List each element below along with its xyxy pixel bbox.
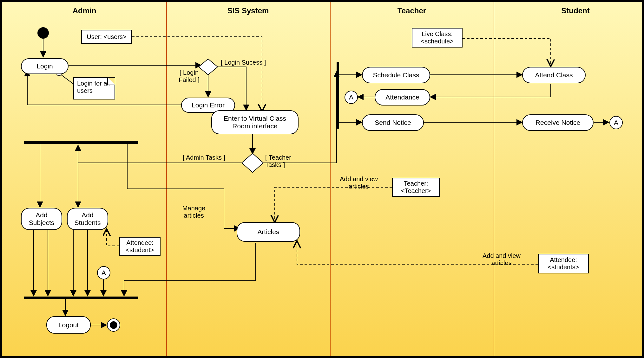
lane-title-teacher: Teacher <box>398 6 426 15</box>
activity-login: Login <box>21 58 69 74</box>
activity-articles: Articles <box>237 222 300 242</box>
object-user: User: <users> <box>81 30 132 44</box>
svg-point-20 <box>107 319 120 331</box>
svg-point-0 <box>37 27 49 39</box>
activity-schedule-class: Schedule Class <box>362 67 430 83</box>
activity-logout: Logout <box>46 316 91 334</box>
lane-divider <box>330 2 331 356</box>
guard-admin-tasks: [ Admin Tasks ] <box>183 154 225 161</box>
diagram-canvas: Admin SIS System Teacher Student <box>0 0 644 358</box>
connector-a-1: A <box>345 91 358 104</box>
activity-receive-notice: Receive Notice <box>522 114 594 131</box>
lane-divider <box>494 2 494 356</box>
svg-rect-22 <box>337 62 339 129</box>
lane-title-student: Student <box>561 6 589 15</box>
activity-add-students: Add Students <box>67 208 108 230</box>
lane-title-sis: SIS System <box>227 6 269 15</box>
activity-add-subjects: Add Subjects <box>21 208 62 230</box>
object-attendee: Attendee: <student> <box>119 237 161 256</box>
lane-divider <box>166 2 167 356</box>
object-attendees: Attendee: <students> <box>538 254 589 273</box>
guard-login-success: [ Login Sucess ] <box>221 59 266 66</box>
lane-title-admin: Admin <box>73 6 96 15</box>
object-liveclass: Live Class: <schedule> <box>412 28 463 48</box>
svg-point-21 <box>110 321 117 329</box>
activity-enter-vcr: Enter to Virtual Class Room interface <box>211 110 299 134</box>
connector-a-2: A <box>609 116 623 129</box>
label-add-view-1: Add and view articles <box>335 176 383 190</box>
guard-login-failed: [ Login Failed ] <box>176 69 202 84</box>
label-manage-articles: Manage articles <box>180 205 208 219</box>
label-add-view-2: Add and view articles <box>478 252 525 267</box>
object-teacher: Teacher: <Teacher> <box>392 178 440 197</box>
connector-a-3: A <box>97 266 110 279</box>
svg-rect-17 <box>24 297 138 299</box>
note-login-all: Login for all users <box>73 77 115 99</box>
activity-send-notice: Send Notice <box>362 114 424 131</box>
activity-attendance: Attendance <box>375 89 430 105</box>
activity-attend-class: Attend Class <box>522 67 586 83</box>
svg-marker-8 <box>242 153 263 172</box>
guard-teacher-tasks: [ Teacher Tasks ] <box>265 154 297 169</box>
svg-line-5 <box>59 73 73 84</box>
note-text: Login for all users <box>77 80 110 94</box>
svg-rect-9 <box>24 141 138 144</box>
